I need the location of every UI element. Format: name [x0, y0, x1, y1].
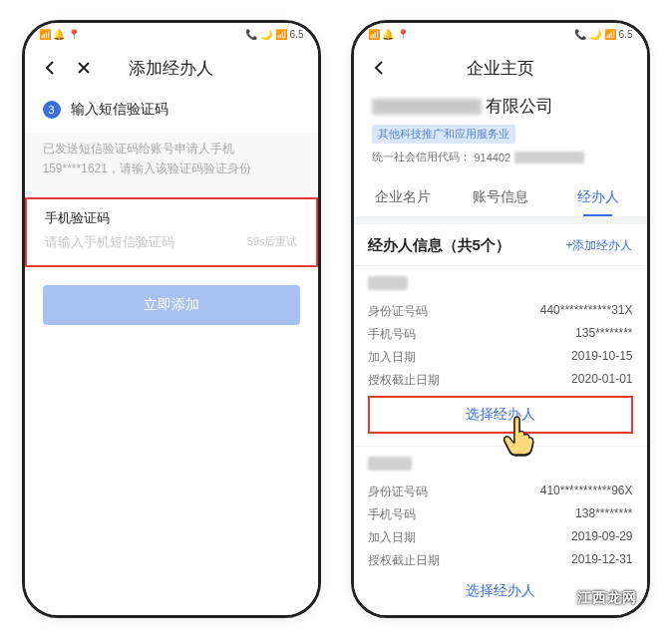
kv-key: 身份证号码 — [368, 303, 428, 320]
status-bar: 📶 🔔 📍 📞 🌙 📶 6.5 — [354, 23, 647, 45]
company-header: 有限公司 其他科技推广和应用服务业 统一社会信用代码： 914402 — [354, 91, 647, 176]
input-label: 手机验证码 — [45, 209, 298, 227]
watermark: 江西龙网 — [577, 589, 637, 607]
tab-card[interactable]: 企业名片 — [354, 176, 452, 216]
credit-value-prefix: 914402 — [475, 152, 511, 163]
kv-val: 2019-09-29 — [571, 529, 632, 546]
redacted-credit-suffix — [514, 152, 584, 163]
kv-key: 手机号码 — [368, 506, 416, 523]
phone-right: 📶 🔔 📍 📞 🌙 📶 6.5 企业主页 有限公司 其他科技推广和应用服务业 统… — [351, 20, 650, 618]
kv-val: 2019-10-15 — [571, 349, 632, 366]
section-header: 经办人信息（共5个） +添加经办人 — [354, 224, 647, 265]
close-icon[interactable] — [67, 51, 101, 85]
section-title: 经办人信息（共5个） — [368, 236, 510, 255]
phone-right-screen: 📶 🔔 📍 📞 🌙 📶 6.5 企业主页 有限公司 其他科技推广和应用服务业 统… — [354, 23, 647, 615]
redacted-company-prefix — [372, 99, 482, 115]
phone-left-screen: 📶 🔔 📍 📞 🌙 📶 6.5 添加经办人 3 输入短信验证码 已发送短信验证码… — [25, 23, 318, 615]
kv-row: 加入日期2019-09-29 — [368, 526, 633, 549]
industry-tag: 其他科技推广和应用服务业 — [372, 125, 515, 144]
back-icon[interactable] — [362, 51, 396, 85]
kv-key: 授权截止日期 — [368, 552, 440, 569]
tab-account[interactable]: 账号信息 — [452, 176, 549, 216]
kv-key: 加入日期 — [368, 529, 416, 546]
back-icon[interactable] — [33, 51, 67, 85]
kv-val: 138******** — [575, 506, 632, 523]
pointer-hand-icon — [501, 416, 534, 463]
company-name-suffix: 有限公司 — [486, 95, 553, 118]
status-left: 📶 🔔 📍 — [39, 29, 81, 40]
sms-input[interactable]: 请输入手机短信验证码 — [45, 233, 174, 251]
kv-key: 加入日期 — [368, 349, 416, 366]
step-indicator: 3 输入短信验证码 — [25, 91, 318, 133]
kv-val: 440***********31X — [540, 303, 633, 320]
kv-val: 2020-01-01 — [571, 372, 632, 389]
status-right: 📞 🌙 📶 6.5 — [245, 29, 303, 40]
kv-key: 身份证号码 — [368, 483, 428, 500]
kv-row: 手机号码138******** — [368, 503, 633, 526]
kv-val: 2019-12-31 — [571, 552, 632, 569]
kv-row: 加入日期2019-10-15 — [368, 346, 633, 369]
status-right: 📞 🌙 📶 6.5 — [574, 29, 632, 40]
kv-key: 授权截止日期 — [368, 372, 440, 389]
hint-text: 已发送短信验证码给账号申请人手机159****1621，请输入该验证码验证身份 — [25, 133, 318, 197]
step-number: 3 — [43, 101, 61, 119]
submit-button[interactable]: 立即添加 — [43, 285, 300, 325]
status-left: 📶 🔔 📍 — [368, 29, 410, 40]
company-name: 有限公司 — [372, 95, 629, 118]
kv-row: 身份证号码410***********96X — [368, 481, 633, 503]
tab-handler[interactable]: 经办人 — [549, 176, 647, 216]
highlight-box: 选择经办人 — [368, 396, 633, 434]
kv-row: 手机号码135******** — [368, 323, 633, 346]
tabs: 企业名片 账号信息 经办人 — [354, 176, 647, 224]
handler-list: 经办人信息（共5个） +添加经办人 身份证号码440***********31X… — [354, 224, 647, 615]
handler-name-redacted — [368, 276, 633, 294]
retry-countdown: 59s后重试 — [247, 234, 298, 249]
kv-val: 410***********96X — [540, 483, 633, 500]
kv-row: 授权截止日期2019-12-31 — [368, 549, 633, 572]
page-title: 企业主页 — [354, 57, 647, 80]
kv-key: 手机号码 — [368, 326, 416, 343]
nav-bar: 企业主页 — [354, 45, 647, 91]
credit-label: 统一社会信用代码： — [372, 150, 471, 164]
credit-code-row: 统一社会信用代码： 914402 — [372, 150, 629, 164]
sms-input-block: 手机验证码 请输入手机短信验证码 59s后重试 — [25, 197, 318, 267]
kv-row: 授权截止日期2020-01-01 — [368, 369, 633, 392]
add-handler-link[interactable]: +添加经办人 — [565, 237, 632, 254]
handler-card: 身份证号码440***********31X 手机号码135******** 加… — [354, 265, 647, 446]
status-bar: 📶 🔔 📍 📞 🌙 📶 6.5 — [25, 23, 318, 45]
kv-row: 身份证号码440***********31X — [368, 300, 633, 323]
phone-left: 📶 🔔 📍 📞 🌙 📶 6.5 添加经办人 3 输入短信验证码 已发送短信验证码… — [22, 20, 321, 618]
kv-val: 135******** — [575, 326, 632, 343]
input-row: 请输入手机短信验证码 59s后重试 — [45, 233, 298, 251]
nav-bar: 添加经办人 — [25, 45, 318, 91]
step-label: 输入短信验证码 — [71, 101, 168, 119]
